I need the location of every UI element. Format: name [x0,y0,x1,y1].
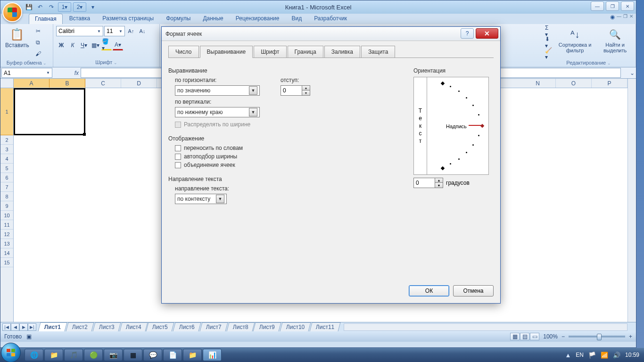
row-header[interactable]: 3 [0,145,13,154]
sheet-tab[interactable]: Лист9 [253,322,281,331]
sheet-prev-icon[interactable]: ◀ [11,323,19,331]
view-break-icon[interactable]: ▭ [530,333,539,340]
taskbar-explorer-icon[interactable]: 📁 [44,349,63,361]
select-all-corner[interactable] [0,79,14,88]
row-header[interactable]: 1 [0,88,13,135]
format-painter-icon[interactable]: 🖌 [33,49,43,59]
font-color-icon[interactable]: A▾ [113,40,123,50]
dtab-border[interactable]: Граница [288,46,323,58]
sheet-tab[interactable]: Лист1 [38,322,67,331]
col-header[interactable]: B [50,79,85,88]
degree-input[interactable] [413,178,435,188]
formula-expand-icon[interactable]: ⌄ [628,67,636,78]
doc-close-icon[interactable]: ✕ [629,14,633,24]
office-button[interactable] [2,2,22,22]
row-header[interactable]: 12 [0,230,13,239]
taskbar-app3-icon[interactable]: 📷 [104,349,123,361]
dialog-help-icon[interactable]: ? [461,28,474,39]
col-header[interactable]: O [556,79,592,88]
orientation-vertical-button[interactable]: Текст [414,77,427,174]
cancel-button[interactable]: Отмена [453,285,494,296]
row-header[interactable]: 7 [0,182,13,192]
sheet-tab[interactable]: Лист11 [310,322,341,331]
shrink-fit-checkbox[interactable]: автоподбор ширины [175,153,404,160]
row-header[interactable]: 10 [0,211,13,220]
sheet-tab[interactable]: Лист6 [173,322,201,331]
italic-icon[interactable]: К [67,40,78,50]
row-header[interactable]: 4 [0,154,13,164]
redo-icon[interactable]: ↷ [47,2,56,12]
dtab-alignment[interactable]: Выравнивание [200,46,253,58]
tray-clock[interactable]: 10:59 [625,352,639,358]
minimize-icon[interactable]: — [591,1,604,11]
row-header[interactable]: 14 [0,248,13,258]
tray-show-hidden-icon[interactable]: ▲ [565,352,571,359]
zoom-in-icon[interactable]: + [629,333,632,340]
maximize-icon[interactable]: ❐ [606,1,619,11]
dialog-titlebar[interactable]: Формат ячеек ? ✕ [162,27,500,41]
row-header[interactable]: 9 [0,201,13,211]
sheet-tab[interactable]: Лист5 [146,322,174,331]
taskbar-word-icon[interactable]: 📄 [163,349,182,361]
underline-icon[interactable]: Ч▾ [79,40,89,50]
deg-down-icon[interactable]: ▼ [435,183,443,188]
find-select-button[interactable]: 🔍 Найти и выделить [597,26,633,54]
tray-lang[interactable]: EN [576,352,584,358]
dtab-protection[interactable]: Защита [361,46,396,58]
tab-developer[interactable]: Разработчик [308,14,353,24]
vertical-scrollbar[interactable] [627,79,636,322]
horizontal-scrollbar[interactable] [344,323,627,331]
sheet-tab[interactable]: Лист2 [66,322,94,331]
indent-down-icon[interactable]: ▼ [302,90,310,95]
macro-record-icon[interactable]: ▣ [26,333,32,340]
row-header[interactable]: 13 [0,239,13,248]
cut-icon[interactable]: ✂ [33,26,43,36]
view-normal-icon[interactable]: ▦ [510,333,520,340]
zoom-slider[interactable] [569,336,625,337]
fill-icon[interactable]: ⬇ ▾ [545,37,553,48]
start-button[interactable] [1,343,21,362]
merge-cells-checkbox[interactable]: объединение ячеек [175,162,404,168]
taskbar-app4-icon[interactable]: ▦ [124,349,142,361]
tab-page-layout[interactable]: Разметка страницы [97,14,159,24]
qat-customize-icon[interactable]: ▾ [88,2,98,12]
clear-icon[interactable]: 🧹▾ [545,49,553,59]
tab-data[interactable]: Данные [197,14,229,24]
font-size-select[interactable]: 11▼ [104,26,125,36]
sheet-tab[interactable]: Лист8 [226,322,255,331]
row-header[interactable]: 15 [0,258,13,267]
vert-align-select[interactable]: по нижнему краю▼ [175,107,260,117]
dtab-number[interactable]: Число [168,46,199,58]
degree-spinner[interactable]: ▲▼ [413,178,443,188]
indent-up-icon[interactable]: ▲ [302,86,310,90]
save-icon[interactable]: 💾 [24,2,33,12]
taskbar-excel-icon[interactable]: 📊 [203,349,222,361]
col-header[interactable]: C [85,79,121,88]
col-header[interactable]: D [121,79,157,88]
paste-button[interactable]: 📋 Вставить [3,26,31,49]
shrink-font-icon[interactable]: A↓ [137,26,148,36]
dtab-fill[interactable]: Заливка [324,46,360,58]
help-icon[interactable]: ◉ [610,14,615,24]
sheet-tab[interactable]: Лист7 [199,322,228,331]
row-header[interactable]: 2 [0,135,13,145]
tray-volume-icon[interactable]: 🔊 [613,352,620,359]
tab-formulas[interactable]: Формулы [160,14,196,24]
taskbar-app1-icon[interactable]: 🎵 [64,349,83,361]
close-icon[interactable]: ✕ [621,1,634,11]
doc-restore-icon[interactable]: ❐ [623,14,627,24]
sheet-tab[interactable]: Лист3 [92,322,121,331]
qat-extra-2[interactable]: 2▾ [73,2,86,12]
tab-review[interactable]: Рецензирование [230,14,285,24]
ok-button[interactable]: ОК [409,285,449,296]
orientation-dial[interactable]: Надпись [427,77,488,174]
sheet-last-icon[interactable]: ▶| [28,323,36,331]
name-box[interactable]: A1▼ [1,68,52,78]
bold-icon[interactable]: Ж [56,40,66,50]
view-layout-icon[interactable]: ▤ [520,333,529,340]
row-header[interactable]: 8 [0,192,13,201]
indent-input[interactable] [281,85,302,96]
copy-icon[interactable]: ⧉ [33,37,43,48]
grow-font-icon[interactable]: A↑ [126,26,136,36]
tray-network-icon[interactable]: 📶 [601,352,608,359]
